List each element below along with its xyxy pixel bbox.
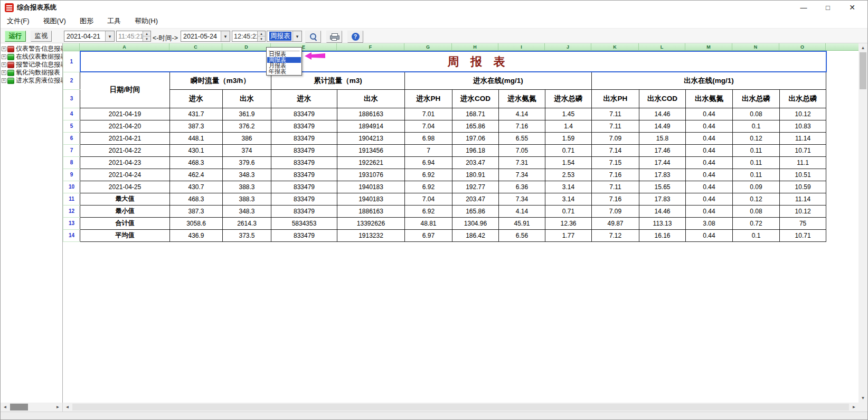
data-cell[interactable]: 7.05	[499, 144, 545, 156]
menu-item-help[interactable]: 帮助(H)	[135, 16, 158, 26]
data-cell[interactable]: 10.71	[780, 144, 826, 156]
scroll-track[interactable]	[72, 403, 850, 412]
data-cell[interactable]: 0.44	[686, 120, 733, 132]
data-cell[interactable]: 462.4	[170, 169, 223, 181]
data-cell[interactable]: 0.44	[686, 193, 733, 205]
sub-header[interactable]: 进水	[271, 89, 337, 108]
data-cell[interactable]: 0.11	[733, 156, 780, 169]
data-cell[interactable]: 0.11	[733, 169, 780, 181]
data-cell[interactable]: 373.5	[223, 229, 271, 241]
sidebar-item[interactable]: 仪表警告信息报表	[1, 45, 62, 53]
data-cell[interactable]: 6.97	[405, 229, 452, 241]
row-number[interactable]: 10	[63, 181, 80, 193]
sidebar-item[interactable]: 进水泵房液位报表	[1, 77, 62, 85]
data-cell[interactable]: 10.51	[780, 169, 826, 181]
data-cell[interactable]: 3.14	[545, 181, 592, 193]
sub-header[interactable]: 进水氨氮	[499, 89, 545, 108]
data-cell[interactable]: 14.46	[639, 205, 686, 217]
column-letter[interactable]: J	[545, 43, 591, 51]
data-cell[interactable]: 1.59	[545, 132, 592, 144]
data-cell[interactable]: 0.72	[733, 217, 780, 229]
data-cell[interactable]: 15.65	[639, 181, 686, 193]
data-cell[interactable]: 0.12	[733, 132, 780, 144]
scroll-left-icon[interactable]	[63, 403, 72, 412]
data-cell[interactable]: 833479	[271, 181, 337, 193]
scroll-thumb[interactable]	[72, 404, 849, 410]
data-cell[interactable]: 2.53	[545, 169, 592, 181]
print-button[interactable]	[326, 31, 342, 43]
scroll-thumb[interactable]	[860, 52, 866, 89]
header-group[interactable]: 进水在线(mg/1)	[405, 72, 592, 89]
start-date-combo[interactable]: 2021-04-21	[64, 31, 115, 42]
data-cell[interactable]: 1922621	[337, 156, 405, 169]
scroll-up-icon[interactable]	[858, 43, 867, 52]
menu-item-view[interactable]: 视图(V)	[43, 16, 66, 26]
data-cell[interactable]: 6.94	[405, 156, 452, 169]
data-cell[interactable]: 1940183	[337, 181, 405, 193]
data-cell[interactable]: 168.71	[452, 108, 499, 120]
data-cell[interactable]: 192.77	[452, 181, 499, 193]
data-cell[interactable]: 1304.96	[452, 217, 499, 229]
data-cell[interactable]: 7.11	[592, 120, 639, 132]
row-number[interactable]: 14	[63, 229, 80, 241]
data-cell[interactable]: 165.86	[452, 205, 499, 217]
spinner-up-icon[interactable]	[143, 31, 150, 36]
data-cell[interactable]: 448.1	[170, 132, 223, 144]
data-cell[interactable]: 49.87	[592, 217, 639, 229]
data-cell[interactable]: 7.12	[592, 229, 639, 241]
data-cell[interactable]: 0.44	[686, 132, 733, 144]
report-type-combo[interactable]: 周报表	[267, 31, 302, 42]
sub-header[interactable]: 进水PH	[405, 89, 452, 108]
data-cell[interactable]: 7.04	[405, 120, 452, 132]
data-cell[interactable]: 14.46	[639, 108, 686, 120]
row-number[interactable]: 12	[63, 205, 80, 217]
run-button[interactable]: 运行	[5, 31, 26, 42]
column-letter[interactable]: I	[498, 43, 545, 51]
maximize-button[interactable]: □	[816, 1, 840, 14]
row-number[interactable]: 6	[63, 132, 80, 144]
data-cell[interactable]: 15.8	[639, 132, 686, 144]
data-cell[interactable]: 7.16	[592, 193, 639, 205]
row-label[interactable]: 平均值	[80, 229, 170, 241]
data-cell[interactable]: 0.44	[686, 108, 733, 120]
data-cell[interactable]: 833479	[271, 132, 337, 144]
row-label[interactable]: 2021-04-24	[80, 169, 170, 181]
scroll-down-icon[interactable]	[858, 394, 867, 403]
data-cell[interactable]: 0.1	[733, 120, 780, 132]
data-cell[interactable]: 0.71	[545, 205, 592, 217]
dropdown-option[interactable]: 年报表	[267, 69, 301, 74]
sheet-vscrollbar[interactable]	[858, 43, 867, 403]
data-cell[interactable]: 197.06	[452, 132, 499, 144]
row-label[interactable]: 2021-04-22	[80, 144, 170, 156]
end-date-combo[interactable]: 2021-05-24	[181, 31, 230, 42]
data-cell[interactable]: 3058.6	[170, 217, 223, 229]
search-button[interactable]	[305, 31, 321, 43]
data-cell[interactable]: 0.08	[733, 205, 780, 217]
data-cell[interactable]: 5834353	[271, 217, 337, 229]
data-cell[interactable]: 388.3	[223, 181, 271, 193]
column-letter[interactable]: C	[169, 43, 222, 51]
data-cell[interactable]: 1.54	[545, 156, 592, 169]
data-cell[interactable]: 6.98	[405, 132, 452, 144]
data-cell[interactable]: 11.14	[780, 132, 826, 144]
sheet-corner-cell[interactable]	[63, 43, 80, 51]
data-cell[interactable]: 1886163	[337, 205, 405, 217]
data-cell[interactable]: 1913232	[337, 229, 405, 241]
data-cell[interactable]: 379.6	[223, 156, 271, 169]
data-cell[interactable]: 387.3	[170, 205, 223, 217]
data-cell[interactable]: 10.12	[780, 108, 826, 120]
column-letter[interactable]: A	[80, 43, 169, 51]
data-cell[interactable]: 0.44	[686, 181, 733, 193]
sub-header[interactable]: 进水	[170, 89, 223, 108]
data-cell[interactable]: 387.3	[170, 120, 223, 132]
data-cell[interactable]: 0.44	[686, 156, 733, 169]
data-cell[interactable]: 833479	[271, 169, 337, 181]
data-cell[interactable]: 374	[223, 144, 271, 156]
data-cell[interactable]: 7.01	[405, 108, 452, 120]
data-cell[interactable]: 7.09	[592, 132, 639, 144]
data-cell[interactable]: 1931076	[337, 169, 405, 181]
data-cell[interactable]: 7.31	[499, 156, 545, 169]
data-cell[interactable]: 0.44	[686, 229, 733, 241]
data-cell[interactable]: 361.9	[223, 108, 271, 120]
row-label[interactable]: 2021-04-21	[80, 132, 170, 144]
